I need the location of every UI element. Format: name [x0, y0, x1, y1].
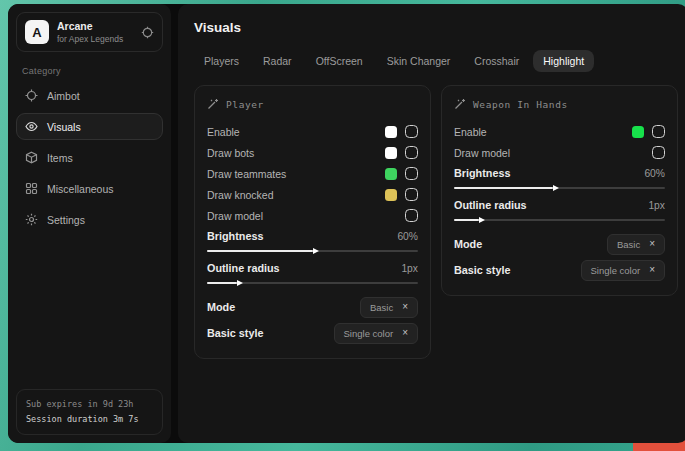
color-swatch[interactable] [385, 147, 397, 159]
checkbox[interactable] [652, 125, 665, 138]
remove-tag-icon[interactable]: × [649, 239, 655, 249]
remove-tag-icon[interactable]: × [402, 328, 408, 338]
remove-tag-icon[interactable]: × [402, 302, 408, 312]
card-title: Weapon In Hands [473, 99, 568, 110]
app-subtitle: for Apex Legends [57, 34, 123, 44]
color-swatch[interactable] [385, 168, 397, 180]
sidebar-item-label: Visuals [47, 121, 81, 133]
sidebar-item-label: Aimbot [47, 90, 80, 102]
checkbox[interactable] [652, 146, 665, 159]
sidebar-item-items[interactable]: Items [16, 144, 163, 171]
setting-row-basic-style: Basic style Single color × [454, 257, 665, 283]
slider-value: 60% [644, 168, 665, 179]
tag-label: Basic [617, 239, 640, 250]
desktop-background: A Arcane for Apex Legends Category [0, 0, 685, 451]
slider-thumb[interactable] [237, 280, 243, 286]
grid-icon [25, 182, 38, 195]
setting-row-brightness: Brightness 60% [207, 230, 418, 252]
slider-value: 60% [397, 231, 418, 242]
tag-label: Single color [344, 328, 394, 339]
remove-tag-icon[interactable]: × [649, 265, 655, 275]
main-panel: Visuals Players Radar OffScreen Skin Cha… [178, 4, 685, 443]
eye-icon [25, 120, 38, 133]
setting-row-enable: Enable [454, 121, 665, 142]
weapon-settings-card: Weapon In Hands Enable Draw model [441, 85, 678, 296]
setting-row-brightness: Brightness 60% [454, 167, 665, 189]
sidebar-item-aimbot[interactable]: Aimbot [16, 82, 163, 109]
setting-row-mode: Mode Basic × [207, 294, 418, 320]
brightness-slider[interactable] [207, 250, 418, 252]
sidebar-item-label: Items [47, 152, 73, 164]
sidebar-item-miscellaneous[interactable]: Miscellaneous [16, 175, 163, 202]
card-title: Player [226, 99, 264, 110]
mode-tag[interactable]: Basic × [360, 297, 418, 318]
setting-row-outline-radius: Outline radius 1px [454, 199, 665, 221]
mode-tag[interactable]: Basic × [607, 234, 665, 255]
sidebar-item-visuals[interactable]: Visuals [16, 113, 163, 140]
card-header: Player [207, 98, 418, 110]
wand-icon [454, 98, 466, 110]
tab-radar[interactable]: Radar [253, 50, 302, 72]
setting-row-draw-model: Draw model [207, 205, 418, 226]
gear-icon [25, 213, 38, 226]
brightness-slider[interactable] [454, 187, 665, 189]
app-name: Arcane [57, 20, 123, 32]
checkbox[interactable] [405, 146, 418, 159]
outline-radius-slider[interactable] [454, 219, 665, 221]
color-swatch[interactable] [632, 126, 644, 138]
wand-icon [207, 98, 219, 110]
app-logo-letter: A [32, 25, 41, 40]
target-icon[interactable] [141, 26, 154, 39]
page-title: Visuals [194, 20, 678, 35]
checkbox[interactable] [405, 167, 418, 180]
color-swatch[interactable] [385, 126, 397, 138]
setting-row-enable: Enable [207, 121, 418, 142]
slider-thumb[interactable] [479, 217, 485, 223]
app-logo: A [25, 20, 49, 44]
setting-row-mode: Mode Basic × [454, 231, 665, 257]
slider-value: 1px [648, 200, 665, 211]
tag-label: Basic [370, 302, 393, 313]
tab-players[interactable]: Players [194, 50, 249, 72]
basic-style-tag[interactable]: Single color × [334, 323, 418, 344]
slider-thumb[interactable] [553, 185, 559, 191]
setting-row-draw-knocked: Draw knocked [207, 184, 418, 205]
setting-row-basic-style: Basic style Single color × [207, 320, 418, 346]
tab-crosshair[interactable]: Crosshair [464, 50, 529, 72]
package-icon [25, 151, 38, 164]
setting-row-outline-radius: Outline radius 1px [207, 262, 418, 284]
tab-skin-changer[interactable]: Skin Changer [377, 50, 461, 72]
player-settings-card: Player Enable Draw bots [194, 85, 431, 359]
tab-offscreen[interactable]: OffScreen [306, 50, 373, 72]
setting-row-draw-bots: Draw bots [207, 142, 418, 163]
outline-radius-slider[interactable] [207, 282, 418, 284]
slider-value: 1px [401, 263, 418, 274]
sidebar-item-label: Miscellaneous [47, 183, 114, 195]
slider-thumb[interactable] [313, 248, 319, 254]
settings-cards: Player Enable Draw bots [194, 85, 678, 359]
sidebar-item-label: Settings [47, 214, 85, 226]
subscription-info: Sub expires in 9d 23h Session duration 3… [16, 389, 163, 435]
category-label: Category [22, 66, 157, 76]
tab-bar: Players Radar OffScreen Skin Changer Cro… [194, 50, 678, 72]
sub-expiry: Sub expires in 9d 23h [26, 397, 153, 412]
color-swatch[interactable] [385, 189, 397, 201]
crosshair-icon [25, 89, 38, 102]
app-header: A Arcane for Apex Legends [16, 12, 163, 52]
setting-row-draw-model: Draw model [454, 142, 665, 163]
session-duration: Session duration 3m 7s [26, 412, 153, 427]
app-meta: Arcane for Apex Legends [57, 20, 123, 44]
sidebar: A Arcane for Apex Legends Category [8, 4, 171, 443]
checkbox[interactable] [405, 125, 418, 138]
sidebar-item-settings[interactable]: Settings [16, 206, 163, 233]
tag-label: Single color [591, 265, 641, 276]
checkbox[interactable] [405, 188, 418, 201]
basic-style-tag[interactable]: Single color × [581, 260, 665, 281]
tab-highlight[interactable]: Highlight [533, 50, 594, 72]
sidebar-nav: Aimbot Visuals [16, 82, 163, 233]
app-window: A Arcane for Apex Legends Category [8, 4, 678, 443]
checkbox[interactable] [405, 209, 418, 222]
setting-row-draw-teammates: Draw teammates [207, 163, 418, 184]
card-header: Weapon In Hands [454, 98, 665, 110]
